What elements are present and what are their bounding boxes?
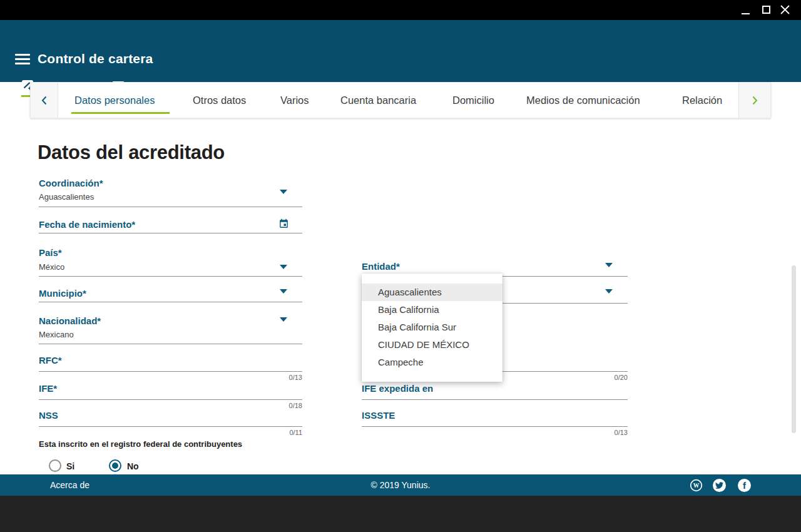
- issste-input[interactable]: [362, 426, 628, 427]
- chevron-left-icon: [41, 96, 47, 105]
- issste-counter: 0/13: [590, 429, 628, 436]
- dropdown-option[interactable]: Aguascalientes: [362, 284, 503, 301]
- menu-icon[interactable]: [15, 54, 30, 64]
- nacionalidad-value[interactable]: Mexicano: [39, 330, 74, 339]
- dropdown-option[interactable]: Baja California Sur: [362, 319, 503, 336]
- coordinacion-value[interactable]: Aguascalientes: [39, 192, 94, 202]
- copyright-text: © 2019 Yunius.: [0, 480, 801, 490]
- rfc-input[interactable]: [39, 371, 302, 372]
- tab-relacion[interactable]: Relación: [682, 95, 722, 106]
- nss-label: NSS: [39, 410, 58, 421]
- fecha-nacimiento-label: Fecha de nacimiento*: [39, 219, 135, 230]
- footer: Acerca de © 2019 Yunius. W f: [0, 474, 801, 496]
- rfc-label: RFC*: [39, 355, 62, 366]
- radio-no[interactable]: [109, 459, 121, 472]
- nacionalidad-label: Nacionalidad*: [39, 315, 101, 326]
- calendar-icon[interactable]: [278, 218, 289, 229]
- dropdown-option[interactable]: Baja California: [362, 301, 503, 319]
- tab-strip: Datos personales Otros datos Varios Cuen…: [30, 82, 771, 118]
- active-tab-underline: [71, 112, 170, 114]
- maximize-icon[interactable]: [762, 6, 770, 14]
- municipio-dropdown-icon[interactable]: [280, 289, 287, 294]
- tabs-scroll-right-button[interactable]: [738, 83, 770, 118]
- radio-si[interactable]: [49, 459, 61, 472]
- chevron-right-icon: [752, 96, 758, 105]
- tab-medios-comunicacion[interactable]: Medios de comunicación: [526, 95, 640, 106]
- ife-expedida-input[interactable]: [362, 399, 628, 400]
- rfc-counter: 0/13: [265, 374, 302, 381]
- fecha-nacimiento-underline: [39, 233, 302, 233]
- app-title: Control de cartera: [38, 51, 153, 66]
- page-title: Datos del acreditado: [38, 141, 225, 164]
- tab-datos-personales[interactable]: Datos personales: [74, 95, 155, 106]
- svg-text:W: W: [693, 482, 700, 489]
- nss-input[interactable]: [39, 426, 302, 427]
- ife-input[interactable]: [39, 399, 302, 400]
- entidad-dropdown-icon[interactable]: [605, 263, 613, 267]
- ife-counter: 0/18: [265, 402, 302, 409]
- tab-varios[interactable]: Varios: [280, 95, 309, 106]
- tab-domicilio[interactable]: Domicilio: [452, 95, 494, 106]
- twitter-icon[interactable]: [713, 479, 726, 492]
- scrollbar-thumb[interactable]: [792, 265, 796, 433]
- municipio-underline: [39, 302, 302, 302]
- radio-si-label: Si: [66, 461, 74, 471]
- wordpress-icon[interactable]: W: [690, 479, 703, 492]
- dropdown-option[interactable]: Campeche: [362, 354, 503, 371]
- close-icon[interactable]: [780, 5, 790, 14]
- entidad-label: Entidad*: [362, 261, 400, 272]
- ife-label: IFE*: [39, 383, 57, 394]
- tab-otros-datos[interactable]: Otros datos: [193, 95, 246, 106]
- facebook-icon[interactable]: f: [738, 479, 751, 492]
- minimize-icon[interactable]: [742, 13, 750, 14]
- tab-cuenta-bancaria[interactable]: Cuenta bancaria: [340, 95, 416, 106]
- screen: Control de cartera Operación Reportes: [0, 0, 801, 532]
- hidden-select-dropdown-icon[interactable]: [605, 289, 613, 294]
- window-title-bar: [0, 0, 801, 20]
- nss-counter: 0/11: [265, 429, 302, 436]
- radio-no-label: No: [127, 461, 139, 471]
- pais-label: País*: [39, 247, 62, 258]
- nacionalidad-dropdown-icon[interactable]: [280, 317, 287, 322]
- pais-value[interactable]: México: [39, 262, 64, 272]
- coordinacion-dropdown-icon[interactable]: [280, 190, 287, 194]
- registro-question: Esta inscrito en el registro federal de …: [39, 439, 242, 449]
- entidad-dropdown-menu: Aguascalientes Baja California Baja Cali…: [362, 274, 503, 382]
- coordinacion-underline: [39, 207, 302, 207]
- app-header: Control de cartera Operación Reportes: [0, 20, 801, 82]
- ife-expedida-label: IFE expedida en: [362, 383, 433, 394]
- pais-dropdown-icon[interactable]: [280, 265, 287, 269]
- issste-label: ISSSTE: [362, 410, 395, 421]
- municipio-label: Municipio*: [39, 288, 86, 299]
- tabs-scroll-left-button[interactable]: [31, 83, 58, 118]
- coordinacion-label: Coordinación*: [39, 178, 103, 188]
- pais-underline: [39, 276, 302, 277]
- taskbar: G 12:32 PM: [0, 496, 801, 532]
- dropdown-option[interactable]: CIUDAD DE MÉXICO: [362, 336, 503, 354]
- hidden-text-counter: 0/20: [590, 374, 628, 381]
- nacionalidad-underline: [39, 344, 302, 344]
